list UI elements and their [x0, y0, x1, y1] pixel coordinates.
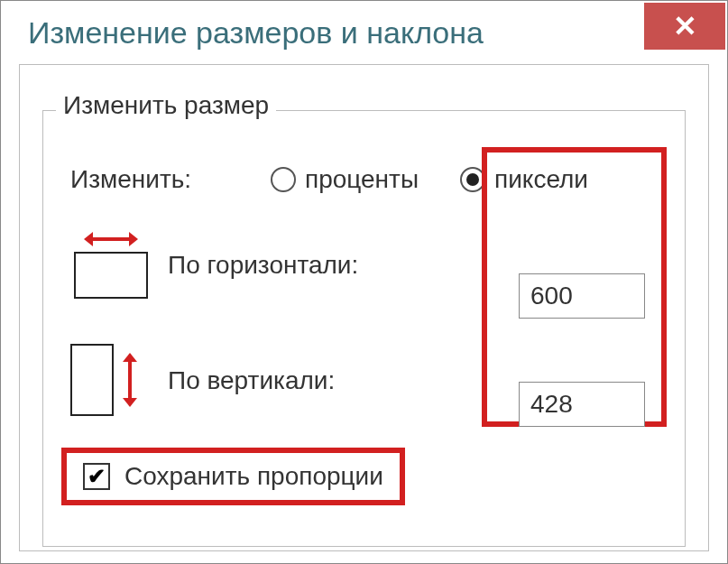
vertical-label: По вертикали: [168, 365, 375, 396]
arrow-horizontal-icon [84, 230, 138, 248]
radio-percent-label: проценты [305, 165, 419, 194]
close-icon: ✕ [673, 9, 697, 43]
radio-icon [271, 167, 296, 192]
dialog-window: Изменение размеров и наклона ✕ Изменить … [0, 0, 728, 564]
horizontal-icon [70, 230, 152, 299]
vertical-icon [70, 344, 152, 416]
keep-proportions-checkbox[interactable]: ✔ Сохранить пропорции [83, 462, 383, 491]
horizontal-label: По горизонтали: [168, 249, 375, 281]
horizontal-input[interactable] [519, 273, 645, 319]
resize-group: Изменить размер Изменить: проценты пиксе… [42, 110, 686, 547]
checkbox-icon: ✔ [83, 463, 110, 490]
close-button[interactable]: ✕ [644, 3, 725, 50]
vertical-input[interactable] [519, 382, 645, 427]
radio-percent[interactable]: проценты [271, 165, 419, 194]
titlebar: Изменение размеров и наклона ✕ [1, 1, 727, 64]
highlight-keep-proportions: ✔ Сохранить пропорции [61, 448, 405, 505]
arrow-vertical-icon [121, 353, 139, 407]
window-title: Изменение размеров и наклона [28, 15, 484, 51]
keep-proportions-label: Сохранить пропорции [124, 462, 383, 491]
change-label: Изменить: [70, 165, 242, 194]
rect-tall-icon [70, 344, 114, 416]
rect-wide-icon [74, 252, 148, 299]
dialog-body: Изменить размер Изменить: проценты пиксе… [19, 64, 709, 551]
resize-legend: Изменить размер [56, 91, 276, 120]
